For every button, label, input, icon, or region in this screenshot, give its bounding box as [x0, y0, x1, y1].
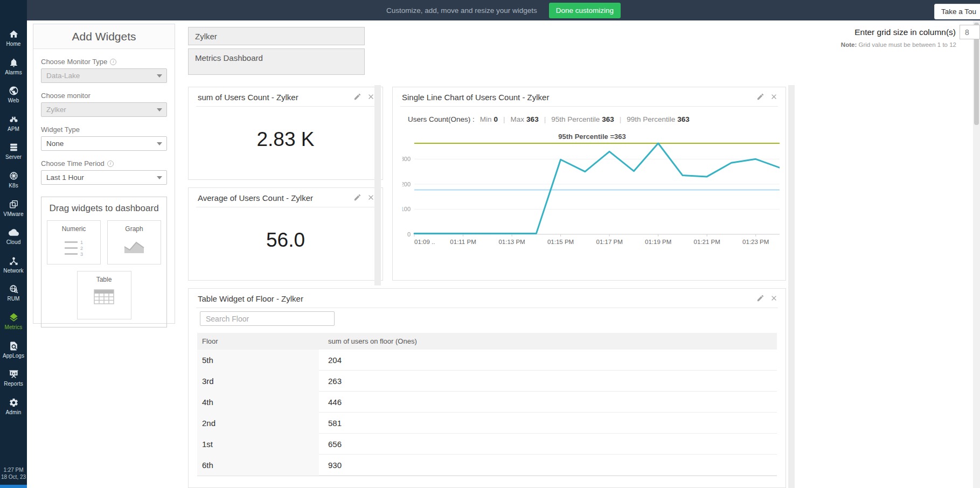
sidebar-item-label: VMware [3, 211, 23, 217]
sidebar-item-applogs[interactable]: AppLogs [0, 338, 27, 366]
sidebar-item-label: Server [5, 154, 22, 160]
stat-value: 0 [494, 115, 498, 123]
sidebar-item-web[interactable]: Web [0, 82, 27, 111]
stat-separator: | [503, 115, 505, 123]
field-label-0: Choose Monitor Typei [41, 58, 167, 66]
rail-clock: 1:27 PM 18 Oct, 23 [0, 466, 27, 480]
select-choose-monitor-type: Data-Lake [41, 68, 167, 83]
sum-value: 2.83 K [189, 128, 383, 151]
cell-floor: 3rd [197, 371, 319, 392]
cell-floor: 1st [197, 434, 319, 455]
chevron-down-icon [157, 74, 162, 78]
table-row: 6th930 [197, 455, 777, 476]
sidebar-item-apm[interactable]: APM [0, 111, 27, 140]
y-tick-label: 200 [402, 181, 411, 187]
widget-average-users-count: Average of Users Count - Zylker 56.0 [188, 187, 383, 281]
grid-size-label: Enter grid size in column(s) [854, 27, 956, 37]
k8s-icon [9, 171, 19, 181]
cell-sum: 581 [319, 413, 777, 434]
sidebar-item-label: AppLogs [3, 353, 24, 359]
grid-size-input[interactable] [960, 25, 980, 39]
stat-name: 95th Percentile [551, 115, 600, 123]
select-value: Last 1 Hour [46, 173, 84, 182]
select-widget-type[interactable]: None [41, 136, 167, 151]
grid-column-gutter [374, 85, 381, 285]
drag-card-table-label: Table [78, 276, 131, 283]
sidebar-item-vmware[interactable]: VMware [0, 196, 27, 225]
sidebar-item-cloud[interactable]: Cloud [0, 224, 27, 253]
numeric-widget-icon: 1 2 3 [65, 239, 83, 257]
dashboard-description-field[interactable]: Metrics Dashboard [188, 48, 365, 75]
sidebar-item-label: Admin [6, 409, 22, 415]
cell-sum: 446 [319, 392, 777, 413]
y-tick-label: 300 [402, 156, 411, 162]
edit-icon[interactable] [756, 294, 764, 302]
drag-widgets-box: Drag widgets to dashboard Numeric 1 2 3 … [41, 197, 167, 327]
dashboard-name-field[interactable] [188, 27, 365, 45]
widget-title: Table Widget of Floor - Zylker [198, 294, 303, 303]
stat-value: 363 [677, 115, 690, 123]
widget-single-line-chart: Single Line Chart of Users Count - Zylke… [392, 87, 786, 281]
search-floor-input[interactable] [200, 311, 335, 326]
stat-name: 99th Percentile [627, 115, 675, 123]
stats-series-label: Users Count(Ones) : [408, 115, 475, 123]
column-header-floor: Floor [197, 337, 319, 345]
table-row: 4th446 [197, 392, 777, 413]
users-count-series-line [414, 143, 780, 234]
drag-card-graph[interactable]: Graph [107, 220, 161, 264]
table-widget-icon [92, 288, 116, 306]
sidebar-item-label: Web [8, 97, 19, 103]
info-icon: i [110, 59, 116, 65]
sidebar-item-k8s[interactable]: K8s [0, 168, 27, 196]
select-value: Zylker [46, 106, 66, 114]
sidebar-item-label: RUM [7, 296, 19, 302]
take-a-tour-button[interactable]: Take a Tou [934, 4, 980, 19]
widget-title: sum of Users Count - Zylker [198, 93, 298, 102]
home-icon [9, 29, 19, 39]
stat-value: 363 [526, 115, 539, 123]
cell-sum: 204 [319, 350, 777, 371]
close-icon[interactable] [770, 93, 778, 101]
sidebar-item-rum[interactable]: RUM [0, 281, 27, 309]
edit-icon[interactable] [756, 93, 764, 101]
grid-column-gutter-right [788, 85, 795, 488]
grid-note-prefix: Note: [841, 41, 857, 48]
sidebar-item-metrics[interactable]: Metrics [0, 309, 27, 338]
grid-size-control: Enter grid size in column(s) Note: Grid … [841, 25, 980, 48]
customize-message: Customize, add, move and resize your wid… [386, 6, 537, 15]
drag-card-numeric[interactable]: Numeric 1 2 3 [47, 220, 101, 264]
sidebar-item-network[interactable]: Network [0, 253, 27, 281]
floor-table-header: Floor sum of users on floor (Ones) [197, 333, 777, 350]
page-scrollbar[interactable] [973, 20, 980, 488]
sidebar-item-admin[interactable]: Admin [0, 394, 27, 423]
cell-floor: 2nd [197, 413, 319, 434]
edit-icon[interactable] [353, 193, 362, 201]
average-value: 56.0 [189, 229, 383, 252]
info-icon: i [107, 161, 114, 167]
grid-note-text: Grid value must be between 1 to 12 [857, 41, 956, 48]
done-customizing-button[interactable]: Done customizing [549, 3, 621, 18]
clock-time: 1:27 PM [0, 466, 27, 473]
chevron-down-icon [157, 108, 162, 111]
sidebar-item-reports[interactable]: Reports [0, 366, 27, 394]
drag-card-table[interactable]: Table [77, 271, 131, 319]
users-count-line-chart: 010020030001:09 ..01:11 PM01:13 PM01:15 … [402, 130, 780, 252]
admin-icon [9, 398, 19, 408]
close-icon[interactable] [770, 294, 778, 302]
server-icon [9, 142, 19, 152]
select-choose-time-period[interactable]: Last 1 Hour [41, 170, 167, 185]
close-icon[interactable] [367, 193, 375, 201]
drag-widgets-title: Drag widgets to dashboard [47, 203, 161, 214]
table-row: 1st656 [197, 434, 777, 455]
x-tick-label: 01:11 PM [450, 239, 476, 245]
edit-icon[interactable] [353, 93, 362, 101]
graph-widget-icon [122, 237, 146, 255]
sidebar-item-alarms[interactable]: Alarms [0, 54, 27, 83]
web-icon [9, 86, 19, 96]
close-icon[interactable] [367, 93, 375, 101]
select-value: Data-Lake [46, 72, 80, 80]
sidebar-item-home[interactable]: Home [0, 26, 27, 54]
sidebar-item-label: Home [6, 41, 20, 47]
sidebar-item-server[interactable]: Server [0, 139, 27, 168]
field-label-3: Choose Time Periodi [41, 159, 167, 168]
